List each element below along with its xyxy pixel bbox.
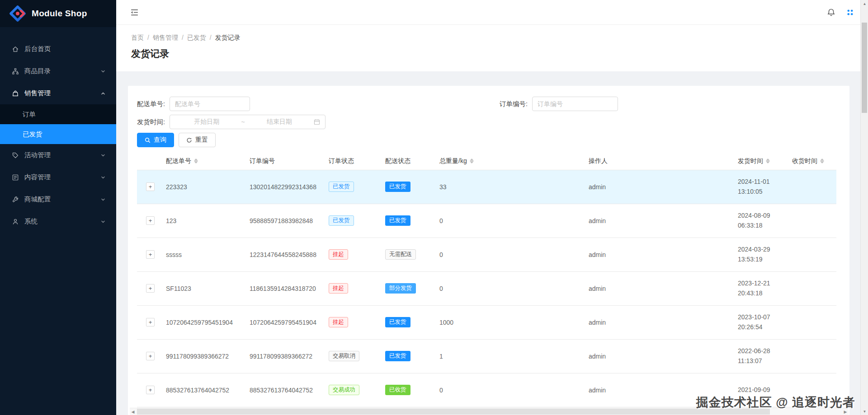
column-label: 订单编号 bbox=[250, 157, 275, 165]
sidebar-item-activity[interactable]: 活动管理 bbox=[0, 144, 116, 166]
reset-button[interactable]: 重置 bbox=[179, 133, 216, 147]
cell-delivery-status: 已发货 bbox=[378, 339, 432, 373]
sidebar-item-mall-config[interactable]: 商城配置 bbox=[0, 188, 116, 210]
bell-icon[interactable] bbox=[827, 8, 835, 17]
cell-receive-time bbox=[785, 204, 836, 238]
sidebar-item-system[interactable]: 系统 bbox=[0, 210, 116, 233]
sort-carets-icon[interactable] bbox=[820, 159, 824, 163]
sidebar-item-home[interactable]: 后台首页 bbox=[0, 38, 116, 60]
sort-carets-icon[interactable] bbox=[194, 159, 198, 163]
vertical-scrollbar[interactable]: ▲ ▼ bbox=[860, 0, 868, 415]
menu-fold-icon[interactable] bbox=[130, 8, 139, 17]
logo[interactable]: Module Shop bbox=[0, 0, 116, 27]
breadcrumb: 首页/销售管理/已发货/发货记录 bbox=[131, 34, 860, 42]
cell-operator: admin bbox=[581, 204, 731, 238]
chevron-down-icon bbox=[101, 197, 105, 202]
breadcrumb-item[interactable]: 首页 bbox=[131, 34, 144, 41]
sidebar-subitem-orders[interactable]: 订单 bbox=[0, 104, 116, 124]
cell-operator: admin bbox=[581, 339, 731, 373]
scroll-down-arrow-icon[interactable]: ▼ bbox=[861, 408, 868, 415]
cell-delivery-no: 885327613764042752 bbox=[159, 373, 242, 407]
sidebar-item-catalog[interactable]: 商品目录 bbox=[0, 60, 116, 82]
status-badge: 无需配送 bbox=[385, 249, 416, 260]
logo-icon bbox=[9, 5, 26, 22]
sales-icon bbox=[12, 90, 19, 97]
status-badge: 已发货 bbox=[385, 215, 410, 226]
delivery-no-input[interactable] bbox=[170, 97, 250, 111]
breadcrumb-item[interactable]: 已发货 bbox=[187, 34, 206, 41]
column-label: 操作人 bbox=[589, 157, 608, 165]
status-badge: 已收货 bbox=[385, 385, 410, 395]
catalog-icon bbox=[12, 68, 19, 75]
cell-delivery-status: 无需配送 bbox=[378, 238, 432, 271]
content-icon bbox=[12, 174, 19, 181]
apps-icon[interactable] bbox=[846, 9, 854, 16]
cell-order-status: 挂起 bbox=[321, 271, 378, 305]
app-title: Module Shop bbox=[32, 9, 87, 19]
table-row: +10720642597954519041072064259795451904挂… bbox=[137, 305, 836, 339]
sidebar-item-sales[interactable]: 销售管理 bbox=[0, 82, 116, 104]
search-button[interactable]: 查询 bbox=[137, 133, 174, 147]
cell-ship-time: 2023-10-0720:26:54 bbox=[731, 305, 785, 339]
sidebar: Module Shop 后台首页商品目录销售管理订单已发货活动管理内容管理商城配… bbox=[0, 0, 116, 415]
expand-row-button[interactable]: + bbox=[146, 250, 155, 259]
filter-actions: 查询 重置 bbox=[137, 133, 840, 147]
ship-time-range-picker[interactable]: 开始日期 ~ 结束日期 bbox=[170, 115, 326, 129]
col-weight[interactable]: 总重量/kg bbox=[432, 153, 581, 170]
col-ship-time[interactable]: 发货时间 bbox=[731, 153, 785, 170]
scroll-left-arrow-icon[interactable]: ◀ bbox=[130, 408, 136, 415]
cell-weight: 0 bbox=[432, 271, 581, 305]
expand-row-button[interactable]: + bbox=[146, 216, 155, 225]
search-icon bbox=[145, 137, 151, 143]
breadcrumb-item[interactable]: 销售管理 bbox=[153, 34, 178, 41]
cell-delivery-status: 已收货 bbox=[378, 373, 432, 407]
cell-order-no: 885327613764042752 bbox=[242, 373, 321, 407]
sidebar-menu: 后台首页商品目录销售管理订单已发货活动管理内容管理商城配置系统 bbox=[0, 27, 116, 233]
column-label: 订单状态 bbox=[329, 157, 354, 165]
cell-delivery-status: 已发货 bbox=[378, 305, 432, 339]
table-row: +SF110231186135914284318720挂起部分发货0admin2… bbox=[137, 271, 836, 305]
col-delivery-no[interactable]: 配送单号 bbox=[159, 153, 242, 170]
cell-order-no: 958885971883982848 bbox=[242, 204, 321, 238]
col-order-no: 订单编号 bbox=[242, 153, 321, 170]
content-card: 配送单号: 订单编号: 发货时间: 开始日期 ~ 结束日期 bbox=[128, 86, 849, 415]
cell-receive-time bbox=[785, 339, 836, 373]
column-label: 配送状态 bbox=[385, 157, 410, 165]
expand-row-button[interactable]: + bbox=[146, 386, 155, 394]
ship-time-label: 发货时间: bbox=[137, 118, 165, 126]
sidebar-item-label: 内容管理 bbox=[24, 173, 51, 182]
expand-row-button[interactable]: + bbox=[146, 284, 155, 293]
status-badge: 已发货 bbox=[385, 351, 410, 361]
status-badge: 已发货 bbox=[329, 215, 354, 226]
expand-row-button[interactable]: + bbox=[146, 182, 155, 191]
col-receive-time[interactable]: 收货时间 bbox=[785, 153, 836, 170]
sidebar-subitem-shipped[interactable]: 已发货 bbox=[0, 124, 116, 144]
cell-order-status: 挂起 bbox=[321, 305, 378, 339]
order-no-input[interactable] bbox=[532, 97, 618, 111]
status-badge: 挂起 bbox=[329, 249, 348, 260]
sort-carets-icon[interactable] bbox=[470, 159, 474, 163]
chevron-down-icon bbox=[101, 175, 105, 180]
delivery-no-label: 配送单号: bbox=[137, 100, 165, 108]
status-badge: 已发货 bbox=[385, 182, 410, 192]
status-badge: 挂起 bbox=[329, 317, 348, 327]
column-label: 收货时间 bbox=[792, 157, 817, 165]
page-header: 首页/销售管理/已发货/发货记录 发货记录 bbox=[116, 25, 860, 71]
cell-order-status: 交易成功 bbox=[321, 373, 378, 407]
expand-row-button[interactable]: + bbox=[146, 352, 155, 360]
col-operator: 操作人 bbox=[581, 153, 731, 170]
cell-order-no: 991178099389366272 bbox=[242, 339, 321, 373]
sort-carets-icon[interactable] bbox=[766, 159, 770, 163]
sidebar-item-label: 系统 bbox=[24, 217, 38, 226]
col-expand bbox=[137, 153, 159, 170]
sidebar-item-content[interactable]: 内容管理 bbox=[0, 166, 116, 188]
scroll-up-arrow-icon[interactable]: ▲ bbox=[861, 0, 868, 7]
cell-ship-time: 2024-11-0113:10:05 bbox=[731, 170, 785, 204]
horizontal-scrollbar-thumb[interactable] bbox=[137, 409, 770, 415]
vertical-scrollbar-thumb[interactable] bbox=[862, 23, 867, 113]
column-label: 发货时间 bbox=[738, 157, 763, 165]
start-date-placeholder: 开始日期 bbox=[175, 118, 238, 126]
cell-weight: 1000 bbox=[432, 305, 581, 339]
sidebar-subitem-label: 已发货 bbox=[23, 130, 42, 139]
expand-row-button[interactable]: + bbox=[146, 318, 155, 326]
